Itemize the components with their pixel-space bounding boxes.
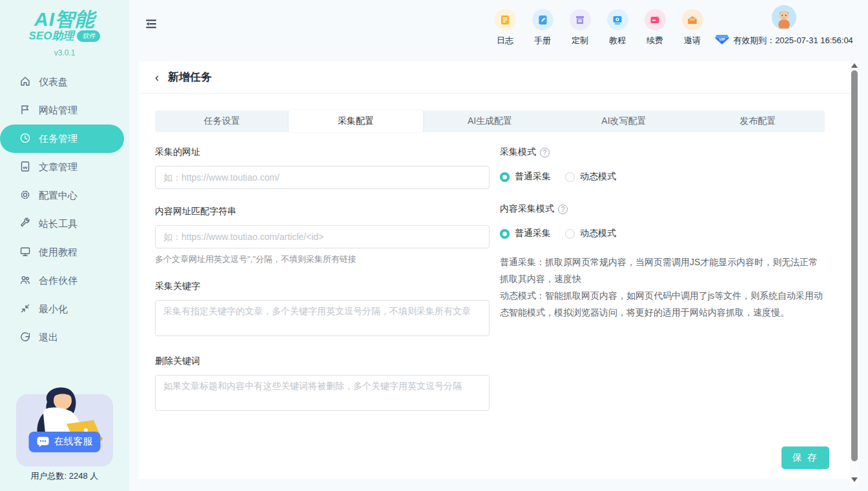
vertical-scrollbar[interactable] [850,61,859,487]
account-area: VIP 有效期到：2025-07-31 16:56:04 [713,5,855,47]
sidebar-item-label: 最小化 [39,303,68,316]
online-support-button[interactable]: 在线客服 [29,432,101,452]
delete-keywords-label: 删除关键词 [155,356,490,367]
support-panel: 在线客服 用户总数: 2248 人 [0,383,129,482]
collect-config-form: 采集的网址 内容网址匹配字符串 多个文章网址用英文逗号","分隔，不填则采集所有… [139,135,850,414]
sidebar-item-minimize[interactable]: 最小化 [0,295,129,323]
page-header: ‹ 新增任务 [139,61,850,94]
tab-ai-generate-config[interactable]: AI生成配置 [423,110,557,132]
sidebar-item-dashboard[interactable]: 仪表盘 [0,68,129,96]
radio-normal-collect[interactable]: 普通采集 [500,228,551,239]
sidebar-item-label: 任务管理 [39,133,78,145]
sidebar-item-exit[interactable]: 退出 [0,323,129,352]
radio-dot [565,229,575,239]
sidebar: AI智能 SEO助理 软件 v3.0.1 仪表盘 网站管理 任务管理 文章管理 … [0,0,129,491]
sidebar-item-articles[interactable]: 文章管理 [0,153,129,181]
match-string-hint: 多个文章网址用英文逗号","分隔，不填则采集所有链接 [155,254,490,265]
document-icon [19,161,31,174]
scrollbar-up-arrow[interactable] [851,63,858,68]
quick-actions: 日志 手册 定制 教程 续费 [494,9,703,46]
collect-url-input[interactable] [155,166,490,189]
form-left-column: 采集的网址 内容网址匹配字符串 多个文章网址用英文逗号","分隔，不填则采集所有… [155,135,490,414]
mode-description-line2: 动态模式：智能抓取网页内容，如网页代码中调用了js等文件，则系统自动采用动态智能… [500,287,825,321]
quick-action-tutorial[interactable]: 教程 [606,9,628,46]
collect-mode-radio-group: 普通采集 动态模式 [500,171,825,183]
help-icon[interactable]: ? [540,148,550,157]
tab-publish-config[interactable]: 发布配置 [691,110,825,132]
sidebar-item-label: 配置中心 [39,190,78,202]
sidebar-item-label: 合作伙伴 [39,275,78,287]
sidebar-menu: 仪表盘 网站管理 任务管理 文章管理 配置中心 站长工具 使用教程 合作伙伴 [0,68,129,352]
radio-dot [565,172,575,182]
monitor-icon [19,246,31,259]
logo-badge: 软件 [77,30,100,42]
manual-icon [532,9,553,30]
invite-icon [682,9,703,30]
match-string-input[interactable] [155,225,490,248]
sidebar-item-websites[interactable]: 网站管理 [0,96,129,125]
help-icon[interactable]: ? [558,205,568,214]
avatar[interactable] [772,5,796,30]
tab-collect-config[interactable]: 采集配置 [289,110,422,132]
svg-text:VIP: VIP [719,37,725,41]
wrench-icon [19,217,31,231]
sidebar-item-webmaster-tools[interactable]: 站长工具 [0,210,129,238]
chat-icon [37,436,50,448]
quick-action-invite[interactable]: 邀请 [681,9,703,46]
tutorial-icon [607,9,628,30]
main-content: ‹ 新增任务 任务设置 采集配置 AI生成配置 AI改写配置 发布配置 采集的网… [139,61,850,479]
content-collect-mode-radio-group: 普通采集 动态模式 [500,228,825,239]
sidebar-item-label: 文章管理 [39,161,78,174]
quick-action-custom[interactable]: 定制 [569,9,591,46]
sidebar-item-partners[interactable]: 合作伙伴 [0,266,129,295]
sidebar-item-config[interactable]: 配置中心 [0,181,129,210]
gear-icon [19,189,31,203]
radio-dot [500,229,510,239]
match-string-label: 内容网址匹配字符串 [155,206,490,217]
scrollbar-thumb[interactable] [851,70,858,461]
delete-keywords-textarea[interactable] [155,375,490,411]
collapse-menu-icon[interactable] [145,18,158,32]
sidebar-item-tasks[interactable]: 任务管理 [0,125,124,153]
support-button-label: 在线客服 [54,436,93,448]
radio-dynamic-mode[interactable]: 动态模式 [565,228,616,239]
app-version: v3.0.1 [0,48,129,57]
mode-description-line1: 普通采集：抓取原网页常规内容，当网页需调用JS才能显示内容时，则无法正常抓取其内… [500,254,825,287]
quick-action-renew[interactable]: 续费 [644,9,666,46]
collect-url-label: 采集的网址 [155,146,490,158]
sidebar-item-label: 站长工具 [39,218,78,230]
radio-normal-collect[interactable]: 普通采集 [500,171,551,183]
quick-action-logs[interactable]: 日志 [494,9,516,46]
radio-dynamic-mode[interactable]: 动态模式 [565,171,616,183]
support-illustration: 在线客服 [16,383,113,466]
form-right-column: 采集模式 ? 普通采集 动态模式 内容采集模式 ? [490,135,825,414]
vip-icon: VIP [715,34,729,47]
collect-keywords-label: 采集关键字 [155,281,490,292]
flag-icon [19,104,31,117]
sidebar-item-label: 退出 [39,332,58,344]
mode-description: 普通采集：抓取原网页常规内容，当网页需调用JS才能显示内容时，则无法正常抓取其内… [500,254,825,321]
scrollbar-down-arrow[interactable] [851,477,858,482]
config-tabs: 任务设置 采集配置 AI生成配置 AI改写配置 发布配置 [155,110,825,132]
collect-keywords-textarea[interactable] [155,300,490,336]
logo-title: AI智能 [0,9,129,30]
people-icon [19,274,31,288]
radio-dot [500,172,510,182]
sidebar-item-tutorial[interactable]: 使用教程 [0,238,129,266]
tab-ai-rewrite-config[interactable]: AI改写配置 [557,110,690,132]
minimize-icon [19,303,31,316]
quick-action-manual[interactable]: 手册 [532,9,553,46]
renew-icon [645,9,666,30]
sidebar-item-label: 网站管理 [39,105,78,117]
save-button[interactable]: 保 存 [781,446,829,469]
custom-icon [570,9,591,30]
app-logo: AI智能 SEO助理 软件 v3.0.1 [0,0,129,57]
tab-task-settings[interactable]: 任务设置 [155,110,289,132]
agent-illustration [16,383,113,466]
vip-expiry-label: 有效期到：2025-07-31 16:56:04 [733,35,853,46]
logo-subtitle: SEO助理 [29,28,74,43]
collect-mode-label: 采集模式 ? [500,146,825,158]
sidebar-item-label: 仪表盘 [39,76,68,88]
back-button[interactable]: ‹ [155,72,159,83]
log-icon [495,9,516,30]
